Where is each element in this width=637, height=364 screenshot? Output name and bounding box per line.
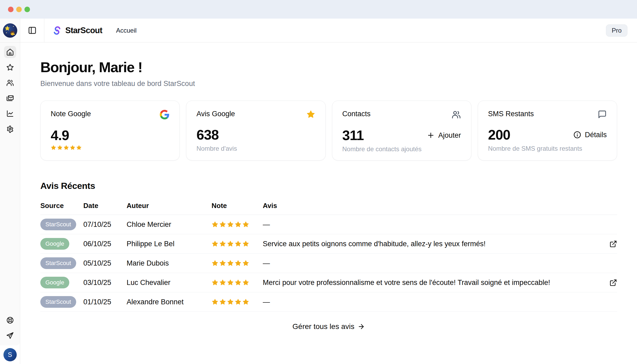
source-badge: StarScout: [40, 257, 76, 269]
brand-logo[interactable]: StarScout: [44, 19, 102, 42]
sidebar-item-help[interactable]: [4, 314, 16, 326]
sidebar-item-home[interactable]: [4, 46, 16, 58]
workspace-avatar[interactable]: ⭐ 🧒: [3, 23, 17, 38]
message-square-icon: [598, 110, 607, 119]
send-icon: [6, 332, 14, 340]
review-stars: [212, 298, 263, 305]
star-icon: [63, 145, 69, 150]
review-author: Marie Dubois: [127, 254, 212, 273]
table-row: Google 03/10/25 Luc Chevalier Merci pour…: [40, 273, 617, 292]
card-title: SMS Restants: [488, 110, 534, 118]
sidebar-item-settings[interactable]: [4, 123, 16, 135]
column-note: Note: [212, 198, 263, 215]
star-icon: [242, 298, 249, 305]
sidebar-item-reviews[interactable]: [4, 61, 16, 73]
review-date: 01/10/25: [83, 292, 127, 312]
table-row: StarScout 07/10/25 Chloe Mercier —: [40, 215, 617, 234]
review-text: Service aux petits oignons comme d'habit…: [263, 240, 609, 248]
card-value: 200: [488, 128, 510, 142]
card-subtitle: Nombre de SMS gratuits restants: [488, 145, 607, 152]
app-header: StarScout Accueil Pro: [20, 19, 637, 42]
star-icon: [235, 279, 242, 286]
life-buoy-icon: [6, 316, 14, 324]
star-icon: [212, 221, 218, 228]
star-icon: [212, 240, 218, 247]
google-rating-stars: [51, 145, 169, 150]
review-author: Chloe Mercier: [127, 215, 212, 234]
minimize-window-button[interactable]: [16, 7, 22, 12]
info-icon: [573, 131, 581, 139]
review-author: Luc Chevalier: [127, 273, 212, 292]
star-icon: [227, 221, 234, 228]
card-avis-google: Avis Google 638 Nombre d'avis: [186, 101, 325, 161]
star-icon: [219, 221, 226, 228]
users-icon: [6, 79, 14, 87]
scout-character-icon: 🧒: [10, 31, 15, 36]
review-date: 07/10/25: [83, 215, 127, 234]
google-logo-icon: [160, 110, 169, 119]
reviews-section-title: Avis Récents: [40, 181, 617, 191]
star-icon: [242, 279, 249, 286]
star-icon: [219, 298, 226, 305]
card-title: Contacts: [342, 110, 371, 118]
star-icon: [6, 63, 14, 71]
sms-details-button[interactable]: Détails: [573, 131, 607, 139]
home-icon: [6, 48, 14, 56]
review-text: —: [263, 298, 617, 306]
reviews-tbody: StarScout 07/10/25 Chloe Mercier — Googl…: [40, 215, 617, 312]
greeting-title: Bonjour, Marie !: [40, 59, 617, 75]
nav-accueil[interactable]: Accueil: [116, 27, 136, 34]
close-window-button[interactable]: [8, 7, 14, 12]
card-subtitle: Nombre de contacts ajoutés: [342, 145, 461, 153]
card-contacts: Contacts 311 Ajouter Nombre de contacts …: [332, 101, 471, 161]
star-icon: [212, 279, 218, 286]
star-icon: [242, 221, 249, 228]
source-badge: Google: [40, 277, 69, 288]
reviews-header-row: Source Date Auteur Note Avis: [40, 198, 617, 215]
arrow-right-icon: [358, 323, 365, 330]
external-link-button[interactable]: [609, 240, 617, 248]
sidebar-item-send[interactable]: [4, 330, 16, 342]
mails-icon: [6, 94, 14, 102]
column-avis: Avis: [263, 198, 617, 215]
column-auteur: Auteur: [127, 198, 212, 215]
star-icon: [227, 240, 234, 247]
card-note-google: Note Google 4.9: [40, 101, 180, 161]
sidebar-item-analytics[interactable]: [4, 107, 16, 120]
star-icon: [51, 145, 56, 150]
star-icon: [235, 298, 242, 305]
table-row: Google 06/10/25 Philippe Le Bel Service …: [40, 234, 617, 254]
panel-left-icon: [28, 26, 37, 35]
starscout-logo-icon: [52, 26, 62, 35]
settings-icon: [6, 125, 14, 133]
sidebar-toggle-button[interactable]: [25, 24, 39, 37]
star-icon: [235, 221, 242, 228]
review-text: Merci pour votre professionnalisme et vo…: [263, 279, 609, 287]
table-row: StarScout 05/10/25 Marie Dubois —: [40, 254, 617, 273]
star-icon: [76, 145, 82, 150]
card-subtitle: Nombre d'avis: [196, 145, 315, 152]
star-spark-icon: ⭐: [5, 26, 10, 31]
brand-name: StarScout: [65, 26, 102, 35]
review-date: 03/10/25: [83, 273, 127, 292]
add-contact-button[interactable]: Ajouter: [427, 131, 461, 140]
star-icon: [227, 298, 234, 305]
star-icon: [212, 298, 218, 305]
star-icon: [235, 240, 242, 247]
external-link-button[interactable]: [609, 279, 617, 287]
manage-all-reviews-link[interactable]: Gérer tous les avis: [292, 322, 365, 331]
external-link-icon: [609, 279, 617, 287]
star-icon: [227, 279, 234, 286]
card-value: 4.9: [51, 128, 69, 142]
column-date: Date: [83, 198, 127, 215]
plan-badge: Pro: [606, 24, 627, 37]
sidebar-item-contacts[interactable]: [4, 77, 16, 89]
review-stars: [212, 260, 263, 267]
star-icon: [219, 240, 226, 247]
sidebar-item-messages[interactable]: [4, 92, 16, 104]
card-value: 311: [342, 128, 364, 142]
external-link-icon: [609, 240, 617, 248]
user-avatar[interactable]: S: [3, 348, 17, 361]
card-value: 638: [196, 128, 219, 142]
zoom-window-button[interactable]: [24, 7, 30, 12]
